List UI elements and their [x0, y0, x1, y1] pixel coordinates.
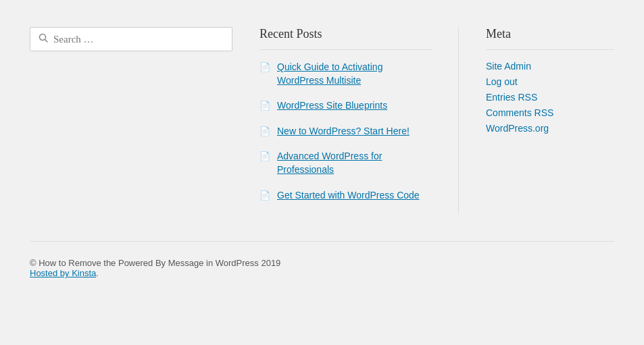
recent-posts-title: Recent Posts: [259, 27, 431, 50]
footer-copyright: © How to Remove the Powered By Message i…: [30, 258, 280, 268]
list-item: Log out: [486, 76, 614, 88]
search-box[interactable]: [30, 27, 232, 51]
list-item: Entries RSS: [486, 92, 614, 103]
footer-hosted-link[interactable]: Hosted by Kinsta: [30, 268, 96, 278]
meta-column: Meta Site Admin Log out Entries RSS Comm…: [459, 27, 614, 214]
right-area: Recent Posts 📄 Quick Guide to Activating…: [232, 27, 614, 214]
post-icon: 📄: [259, 190, 270, 201]
list-item: 📄 WordPress Site Blueprints: [259, 99, 431, 113]
post-link[interactable]: WordPress Site Blueprints: [277, 99, 387, 113]
list-item: 📄 New to WordPress? Start Here!: [259, 125, 431, 138]
page-wrapper: Recent Posts 📄 Quick Guide to Activating…: [0, 0, 644, 345]
meta-link-site-admin[interactable]: Site Admin: [486, 61, 531, 72]
list-item: 📄 Advanced WordPress for Professionals: [259, 150, 431, 176]
post-link[interactable]: Advanced WordPress for Professionals: [277, 150, 431, 176]
post-link[interactable]: Quick Guide to Activating WordPress Mult…: [277, 61, 431, 87]
content-area: Recent Posts 📄 Quick Guide to Activating…: [0, 0, 644, 214]
list-item: 📄 Get Started with WordPress Code: [259, 189, 431, 203]
recent-posts-column: Recent Posts 📄 Quick Guide to Activating…: [259, 27, 459, 214]
meta-link-logout[interactable]: Log out: [486, 76, 518, 87]
post-icon: 📄: [259, 101, 270, 111]
list-item: Comments RSS: [486, 107, 614, 119]
meta-link-comments-rss[interactable]: Comments RSS: [486, 107, 553, 118]
list-item: WordPress.org: [486, 123, 614, 134]
meta-title: Meta: [486, 27, 614, 50]
post-icon: 📄: [259, 62, 270, 73]
post-link[interactable]: New to WordPress? Start Here!: [277, 125, 410, 138]
svg-line-1: [45, 40, 48, 43]
post-icon: 📄: [259, 126, 270, 137]
list-item: 📄 Quick Guide to Activating WordPress Mu…: [259, 61, 431, 87]
search-column: [30, 27, 232, 214]
search-icon: [39, 33, 48, 45]
search-input[interactable]: [53, 34, 224, 45]
post-link[interactable]: Get Started with WordPress Code: [277, 189, 420, 203]
post-icon: 📄: [259, 151, 270, 162]
meta-link-entries-rss[interactable]: Entries RSS: [486, 92, 537, 103]
footer: © How to Remove the Powered By Message i…: [0, 242, 644, 298]
footer-suffix: .: [96, 268, 99, 278]
meta-list: Site Admin Log out Entries RSS Comments …: [486, 61, 614, 134]
recent-posts-list: 📄 Quick Guide to Activating WordPress Mu…: [259, 61, 431, 202]
list-item: Site Admin: [486, 61, 614, 72]
meta-link-wordpress-org[interactable]: WordPress.org: [486, 123, 549, 134]
